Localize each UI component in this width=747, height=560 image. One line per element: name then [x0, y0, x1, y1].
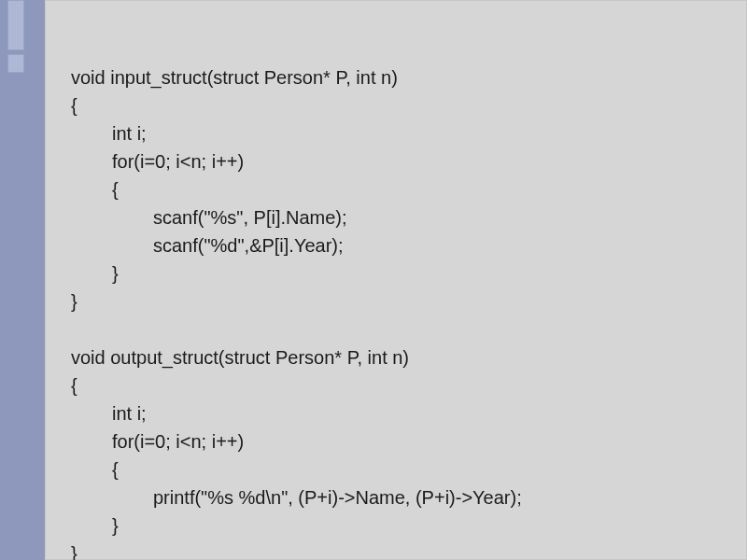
code-line: }	[71, 511, 119, 539]
code-line: for(i=0; i<n; i++)	[71, 427, 244, 455]
code-line: {	[71, 175, 119, 203]
thumbnail-slot	[7, 0, 24, 50]
slide-page: void input_struct(struct Person* P, int …	[0, 0, 747, 560]
code-line: }	[71, 543, 78, 560]
code-line: {	[71, 95, 78, 116]
thumbnail-sidebar	[0, 0, 28, 560]
code-line: scanf("%s", P[i].Name);	[71, 203, 347, 231]
code-line: void output_struct(struct Person* P, int…	[71, 347, 409, 368]
code-line: {	[71, 375, 78, 396]
code-block: void input_struct(struct Person* P, int …	[71, 35, 728, 560]
thumbnail-slot	[7, 54, 24, 73]
code-line: {	[71, 455, 119, 483]
code-line: }	[71, 259, 119, 287]
code-line: for(i=0; i<n; i++)	[71, 147, 244, 175]
code-line: printf("%s %d\n", (P+i)->Name, (P+i)->Ye…	[71, 483, 522, 511]
slide-canvas: void input_struct(struct Person* P, int …	[45, 0, 747, 560]
code-line: }	[71, 291, 78, 312]
code-line: void input_struct(struct Person* P, int …	[71, 67, 398, 88]
code-line: scanf("%d",&P[i].Year);	[71, 231, 344, 259]
code-line: int i;	[71, 119, 147, 147]
code-line: int i;	[71, 399, 147, 427]
